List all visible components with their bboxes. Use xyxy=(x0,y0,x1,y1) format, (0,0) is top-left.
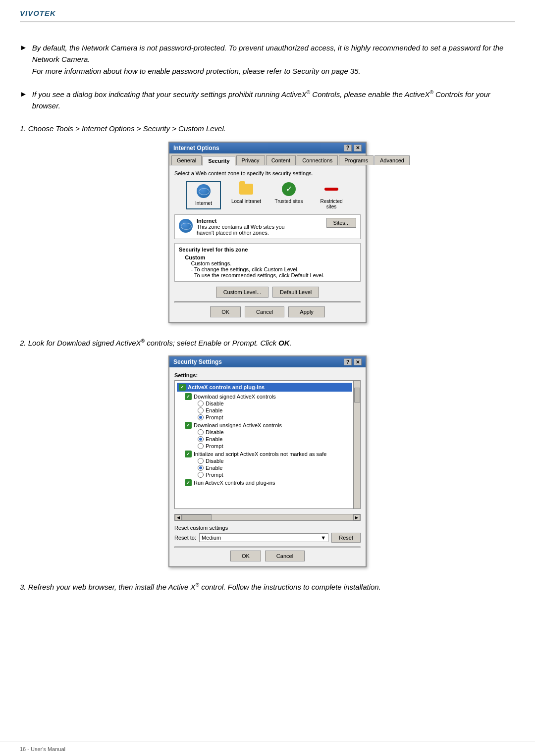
scroll-right-arrow[interactable]: ▶ xyxy=(353,514,360,520)
tab-advanced[interactable]: Advanced xyxy=(374,155,410,165)
cancel-button[interactable]: Cancel xyxy=(245,306,284,317)
zone-restricted[interactable]: Restrictedsites xyxy=(314,181,349,209)
zone-internet[interactable]: Internet xyxy=(186,181,221,209)
globe-icon-2 xyxy=(179,219,193,233)
download-signed-label: Download signed ActiveX controls xyxy=(194,394,276,400)
download-unsigned-header: ✓ Download unsigned ActiveX controls xyxy=(185,422,352,429)
default-level-button[interactable]: Default Level xyxy=(272,287,319,298)
download-signed-options: Disable Enable Prompt xyxy=(198,400,352,421)
security-level-custom: Custom xyxy=(179,254,356,260)
enable-radio-3[interactable]: Enable xyxy=(198,464,352,471)
step-3-title: 3. Refresh your web browser, then instal… xyxy=(20,581,515,593)
scrollbar-thumb[interactable] xyxy=(354,388,360,403)
disable-radio-2[interactable]: Disable xyxy=(198,429,352,436)
radio-disable-3[interactable] xyxy=(198,458,204,464)
step-1-label: Choose Tools > Internet Options > Securi… xyxy=(28,124,226,133)
security-settings-body: Settings: ✓ ActiveX controls and plug-in… xyxy=(169,367,366,566)
step-2-section: 2. Look for Download signed ActiveX® con… xyxy=(20,337,515,568)
bullet-2: ► If you see a dialog box indicating tha… xyxy=(20,89,515,112)
horizontal-scrollbar[interactable]: ◀ ▶ xyxy=(174,514,361,521)
step-3-label: Refresh your web browser, then install t… xyxy=(28,583,381,591)
prompt-radio-2[interactable]: Prompt xyxy=(198,443,352,450)
security-level-desc1: Custom settings. xyxy=(179,260,356,266)
apply-button[interactable]: Apply xyxy=(288,306,325,317)
custom-level-button[interactable]: Custom Level... xyxy=(216,287,268,298)
scroll-left-arrow[interactable]: ◀ xyxy=(175,514,182,520)
prompt-radio-1[interactable]: Prompt xyxy=(198,414,352,421)
page-content: ► By default, the Network Camera is not … xyxy=(0,27,535,618)
disable-radio-3[interactable]: Disable xyxy=(198,457,352,464)
bottom-buttons: OK Cancel Apply xyxy=(174,306,361,317)
h-scroll-thumb[interactable] xyxy=(182,514,212,520)
security-level-desc2: - To change the settings, click Custom L… xyxy=(179,266,356,272)
sec-ok-button[interactable]: OK xyxy=(230,551,261,561)
sites-button[interactable]: Sites... xyxy=(326,218,356,228)
zone-description: Select a Web content zone to specify its… xyxy=(174,170,361,176)
step-2-number: 2. xyxy=(20,339,26,347)
reset-to-value: Medium xyxy=(202,535,221,541)
download-unsigned-item: ✓ Download unsigned ActiveX controls Dis… xyxy=(185,421,352,450)
enable-radio-1[interactable]: Enable xyxy=(198,407,352,414)
sec-cancel-button[interactable]: Cancel xyxy=(265,551,305,561)
titlebar-controls: ? ✕ xyxy=(344,145,362,151)
internet-options-titlebar: Internet Options ? ✕ xyxy=(169,143,366,153)
bullet-arrow-1: ► xyxy=(20,43,27,51)
step-2-title: 2. Look for Download signed ActiveX® con… xyxy=(20,337,515,349)
bullet-1: ► By default, the Network Camera is not … xyxy=(20,42,515,77)
radio-enable-label-3: Enable xyxy=(206,465,222,471)
tab-privacy[interactable]: Privacy xyxy=(236,155,265,165)
internet-options-tabs[interactable]: General Security Privacy Content Connect… xyxy=(169,153,366,165)
sec-help-button[interactable]: ? xyxy=(344,358,352,365)
radio-prompt-2[interactable] xyxy=(198,443,204,449)
internet-options-dialog: Internet Options ? ✕ General Security Pr… xyxy=(168,142,367,323)
security-settings-dialog-container: Security Settings ? ✕ Settings: ✓ Active… xyxy=(20,355,515,567)
sec-close-button[interactable]: ✕ xyxy=(354,358,362,365)
reset-to-dropdown[interactable]: Medium ▼ xyxy=(199,533,328,542)
run-activex-label: Run ActiveX controls and plug-ins xyxy=(194,480,275,486)
radio-prompt-1[interactable] xyxy=(198,414,204,420)
ok-button[interactable]: OK xyxy=(210,306,241,317)
tab-security[interactable]: Security xyxy=(203,156,235,165)
close-button[interactable]: ✕ xyxy=(354,145,362,151)
zone-info-desc: This zone contains all Web sites youhave… xyxy=(197,224,285,236)
radio-enable-label-2: Enable xyxy=(206,436,222,442)
disable-radio-1[interactable]: Disable xyxy=(198,400,352,407)
tab-general[interactable]: General xyxy=(171,155,202,165)
zone-trusted[interactable]: ✓ Trusted sites xyxy=(271,181,306,209)
radio-enable-3[interactable] xyxy=(198,465,204,471)
security-level-desc3: - To use the recommended settings, click… xyxy=(179,272,356,278)
security-level-box: Security level for this zone Custom Cust… xyxy=(174,243,361,282)
step-1-section: 1. Choose Tools > Internet Options > Sec… xyxy=(20,123,515,323)
tab-programs[interactable]: Programs xyxy=(339,155,374,165)
settings-label: Settings: xyxy=(174,372,361,378)
radio-disable-1[interactable] xyxy=(198,401,204,406)
security-settings-title: Security Settings xyxy=(173,358,222,365)
reset-button[interactable]: Reset xyxy=(331,533,361,543)
footer-text: 16 - User's Manual xyxy=(20,746,65,752)
radio-enable-1[interactable] xyxy=(198,407,204,413)
initialize-header: ✓ Initialize and script ActiveX controls… xyxy=(185,451,352,457)
enable-radio-2[interactable]: Enable xyxy=(198,436,352,443)
radio-enable-2[interactable] xyxy=(198,436,204,442)
radio-disable-2[interactable] xyxy=(198,429,204,435)
internet-info-text: Internet This zone contains all Web site… xyxy=(197,218,285,236)
settings-list[interactable]: ✓ ActiveX controls and plug-ins ✓ Downlo… xyxy=(174,380,361,509)
security-settings-titlebar: Security Settings ? ✕ xyxy=(169,356,366,367)
reset-row: Reset to: Medium ▼ Reset xyxy=(174,533,361,543)
run-activex-header: ✓ Run ActiveX controls and plug-ins xyxy=(185,479,352,486)
settings-scrollbar[interactable] xyxy=(353,381,360,508)
zone-trusted-label: Trusted sites xyxy=(275,199,303,204)
zone-intranet-label: Local intranet xyxy=(231,199,261,204)
radio-prompt-3[interactable] xyxy=(198,472,204,478)
help-button[interactable]: ? xyxy=(344,145,352,151)
prompt-radio-3[interactable]: Prompt xyxy=(198,471,352,478)
header-divider xyxy=(20,21,515,22)
zone-local-intranet[interactable]: Local intranet xyxy=(229,181,264,209)
download-unsigned-icon: ✓ xyxy=(185,422,192,429)
tab-content[interactable]: Content xyxy=(266,155,296,165)
tab-connections[interactable]: Connections xyxy=(297,155,338,165)
step-3-number: 3. xyxy=(20,583,26,591)
internet-options-dialog-container: Internet Options ? ✕ General Security Pr… xyxy=(20,142,515,323)
reset-section: Reset custom settings Reset to: Medium ▼… xyxy=(174,525,361,543)
zone-internet-label: Internet xyxy=(195,201,212,206)
